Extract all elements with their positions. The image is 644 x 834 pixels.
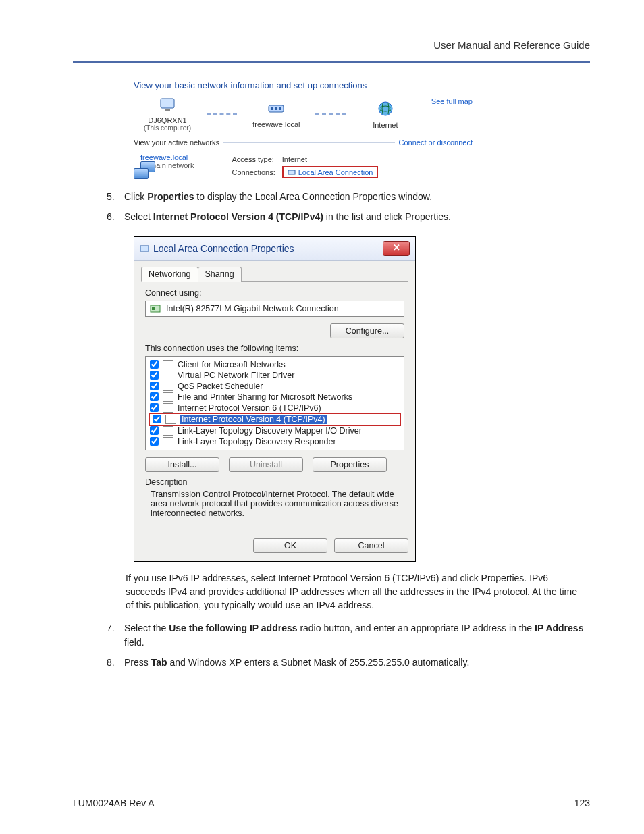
- adapter-icon: [150, 304, 161, 313]
- svg-rect-10: [152, 307, 155, 310]
- switch-icon: [267, 101, 285, 118]
- service-icon: [163, 371, 173, 380]
- step-7: 7. Select the Use the following IP addre…: [107, 621, 590, 649]
- globe-icon: [377, 101, 394, 118]
- tab-sharing[interactable]: Sharing: [198, 267, 242, 282]
- svg-rect-1: [165, 109, 170, 111]
- properties-button[interactable]: Properties: [313, 457, 387, 472]
- netmap-node3-label: Internet: [373, 121, 398, 129]
- header-rule: [73, 61, 590, 63]
- adapter-name: Intel(R) 82577LM Gigabit Network Connect…: [166, 304, 339, 313]
- svg-rect-5: [279, 107, 281, 110]
- step-6: 6. Select Internet Protocol Version 4 (T…: [107, 210, 590, 224]
- item-checkbox[interactable]: [150, 371, 159, 380]
- items-list-label: This connection uses the following items…: [145, 344, 404, 353]
- description-label: Description: [145, 477, 404, 487]
- footer-doc-id: LUM0024AB Rev A: [73, 798, 155, 808]
- cancel-button[interactable]: Cancel: [334, 538, 408, 553]
- network-map-figure: View your basic network information and …: [134, 80, 473, 180]
- active-network-entry: freewave.local Domain network: [134, 153, 194, 170]
- lac-link-text: Local Area Connection: [298, 168, 373, 176]
- lac-properties-dialog: Local Area Connection Properties ✕ Netwo…: [134, 236, 416, 562]
- network-items-list[interactable]: Client for Microsoft Networks Virtual PC…: [145, 356, 404, 450]
- page-header-title: User Manual and Reference Guide: [73, 39, 590, 51]
- netmap-node2-label: freewave.local: [252, 120, 300, 128]
- svg-rect-4: [275, 107, 277, 110]
- svg-rect-7: [288, 170, 295, 174]
- configure-button[interactable]: Configure...: [330, 323, 404, 338]
- adapter-field: Intel(R) 82577LM Gigabit Network Connect…: [145, 301, 404, 317]
- list-item-ipv4-highlighted: Internet Protocol Version 4 (TCP/IPv4): [149, 413, 401, 426]
- access-type-label: Access type:: [229, 155, 277, 164]
- list-item: Internet Protocol Version 6 (TCP/IPv6): [147, 402, 402, 413]
- item-checkbox[interactable]: [150, 392, 159, 401]
- protocol-icon: [163, 437, 173, 446]
- netmap-title: View your basic network information and …: [134, 80, 473, 90]
- list-item: Virtual PC Network Filter Driver: [147, 370, 402, 381]
- service-icon: [163, 382, 173, 391]
- netmap-node-internet: Internet: [352, 101, 419, 129]
- step-8: 8. Press Tab and Windows XP enters a Sub…: [107, 656, 590, 669]
- dialog-title: Local Area Connection Properties: [153, 243, 294, 254]
- protocol-icon: [163, 403, 173, 413]
- close-button[interactable]: ✕: [383, 241, 410, 256]
- nic-icon: [140, 244, 149, 253]
- netmap-node1-sublabel: (This computer): [144, 124, 191, 132]
- client-icon: [163, 360, 173, 369]
- item-checkbox[interactable]: [150, 426, 159, 435]
- list-item: Link-Layer Topology Discovery Mapper I/O…: [147, 425, 402, 436]
- service-icon: [163, 392, 173, 402]
- svg-point-6: [379, 102, 392, 115]
- item-checkbox[interactable]: [153, 415, 161, 423]
- list-item: Link-Layer Topology Discovery Responder: [147, 436, 402, 447]
- uninstall-button[interactable]: Uninstall: [229, 457, 303, 472]
- item-checkbox[interactable]: [150, 360, 159, 369]
- active-networks-label: View your active networks: [134, 138, 219, 147]
- active-rule: [223, 142, 395, 143]
- nic-icon: [288, 168, 296, 176]
- local-area-connection-link[interactable]: Local Area Connection: [282, 166, 379, 178]
- netmap-node1-label: DJ6QRXN1: [148, 116, 186, 124]
- connect-disconnect-link[interactable]: Connect or disconnect: [399, 138, 473, 147]
- install-button[interactable]: Install...: [145, 457, 219, 472]
- netmap-connector: [207, 113, 237, 115]
- active-network-name[interactable]: freewave.local: [140, 153, 194, 161]
- computer-icon: [159, 97, 176, 113]
- protocol-icon: [165, 415, 176, 424]
- svg-rect-0: [161, 99, 174, 108]
- svg-rect-3: [271, 107, 273, 110]
- netmap-node-gateway: freewave.local: [242, 101, 310, 128]
- access-type-value: Internet: [279, 155, 381, 164]
- svg-rect-8: [140, 246, 149, 251]
- item-checkbox[interactable]: [150, 382, 159, 390]
- see-full-map-link[interactable]: See full map: [431, 97, 473, 105]
- ipv6-note: If you use IPv6 IP addresses, select Int…: [126, 571, 587, 613]
- list-item: QoS Packet Scheduler: [147, 381, 402, 392]
- netmap-connector: [315, 113, 346, 115]
- connections-label: Connections:: [229, 165, 277, 179]
- description-text: Transmission Control Protocol/Internet P…: [145, 488, 404, 519]
- protocol-icon: [163, 426, 173, 436]
- item-checkbox[interactable]: [150, 437, 159, 446]
- connect-using-label: Connect using:: [145, 288, 404, 298]
- list-item: Client for Microsoft Networks: [147, 359, 402, 370]
- ok-button[interactable]: OK: [253, 538, 327, 553]
- step-5: 5. Click Properties to display the Local…: [107, 190, 590, 203]
- item-checkbox[interactable]: [150, 403, 159, 412]
- footer-page-number: 123: [574, 798, 590, 808]
- netmap-node-this-computer: DJ6QRXN1 (This computer): [134, 97, 201, 132]
- list-item: File and Printer Sharing for Microsoft N…: [147, 392, 402, 402]
- tab-networking[interactable]: Networking: [141, 267, 198, 282]
